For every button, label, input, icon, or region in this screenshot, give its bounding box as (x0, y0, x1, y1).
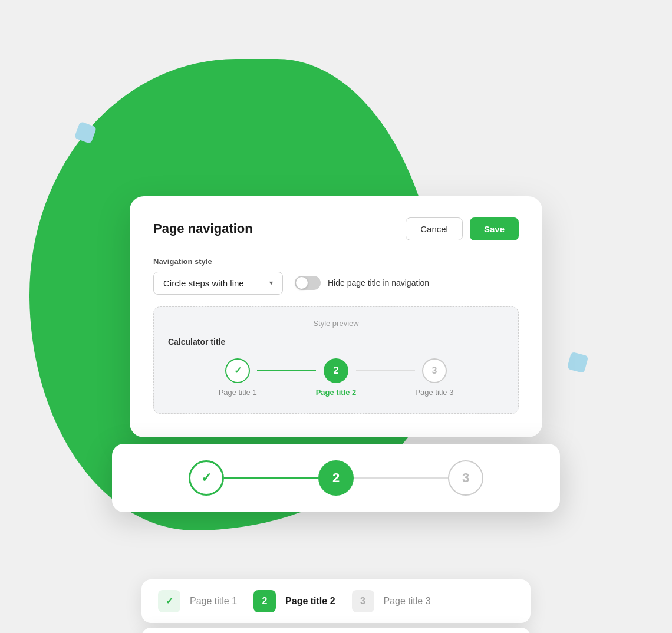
step-circle-3: 3 (422, 358, 447, 383)
floating-step-circle-1: ✓ (189, 460, 224, 496)
cancel-button[interactable]: Cancel (406, 217, 463, 240)
dropdown-value: Circle steps with line (163, 278, 244, 288)
sq-step-title-1-large: Page title 1 (190, 596, 237, 606)
toggle-row: Hide page title in navigation (295, 276, 429, 290)
step-line-2 (356, 358, 415, 371)
hide-title-toggle[interactable] (295, 276, 321, 290)
preview-step-nav: ✓ Page title 1 2 Page title 2 (168, 358, 504, 397)
step-title-3: Page title 3 (415, 388, 453, 397)
toggle-label: Hide page title in navigation (328, 278, 429, 288)
sq-step-title-2-large: Page title 2 (285, 596, 335, 606)
toggle-knob (296, 277, 308, 289)
floating-step-circle-2: 2 (318, 460, 354, 496)
step-circle-2: 2 (324, 358, 348, 383)
square-steps-card-large: ✓ Page title 1 2 Page title 2 3 Page tit… (141, 579, 531, 623)
preview-label: Style preview (168, 319, 504, 328)
preview-step-3: 3 Page title 3 (415, 358, 453, 397)
floating-connector-1 (224, 477, 318, 479)
sq-step-title-3-large: Page title 3 (384, 596, 431, 606)
floating-connector-2 (354, 477, 448, 479)
card-header: Page navigation Cancel Save (153, 217, 519, 240)
step-line-1 (257, 358, 316, 371)
header-buttons: Cancel Save (406, 217, 519, 240)
sq-step-3-large: 3 (352, 590, 374, 612)
step-circle-1: ✓ (225, 358, 250, 383)
nav-style-label: Navigation style (153, 257, 519, 266)
square-steps-card-small: ✓ Page title 1 2 Page title 2 3 Page tit… (141, 628, 531, 634)
page-title: Page navigation (153, 221, 253, 236)
sq-step-2-large: 2 (253, 590, 276, 612)
navigation-style-dropdown[interactable]: Circle steps with line ▾ (153, 272, 283, 295)
bottom-stack: ✓ Page title 1 2 Page title 2 3 Page tit… (141, 526, 531, 634)
deco-square-mid-right (567, 352, 589, 374)
nav-style-row: Circle steps with line ▾ Hide page title… (153, 272, 519, 295)
connector-line-1 (257, 370, 316, 371)
preview-step-2: 2 Page title 2 (316, 358, 357, 397)
step-title-1: Page title 1 (219, 388, 257, 397)
chevron-down-icon: ▾ (269, 279, 273, 287)
style-preview: Style preview Calculator title ✓ Page ti… (153, 306, 519, 414)
calc-title-label: Calculator title (168, 337, 504, 347)
connector-line-2 (356, 370, 415, 371)
step-title-2: Page title 2 (316, 388, 357, 397)
main-card: Page navigation Cancel Save Navigation s… (130, 196, 542, 437)
main-container: Page navigation Cancel Save Navigation s… (130, 196, 542, 437)
floating-step-circle-3: 3 (448, 460, 483, 496)
save-button[interactable]: Save (470, 217, 519, 240)
floating-step-nav-card: ✓ 2 3 (112, 444, 560, 512)
preview-step-1: ✓ Page title 1 (219, 358, 257, 397)
sq-step-1-large: ✓ (158, 590, 180, 612)
nav-style-section: Navigation style Circle steps with line … (153, 257, 519, 295)
